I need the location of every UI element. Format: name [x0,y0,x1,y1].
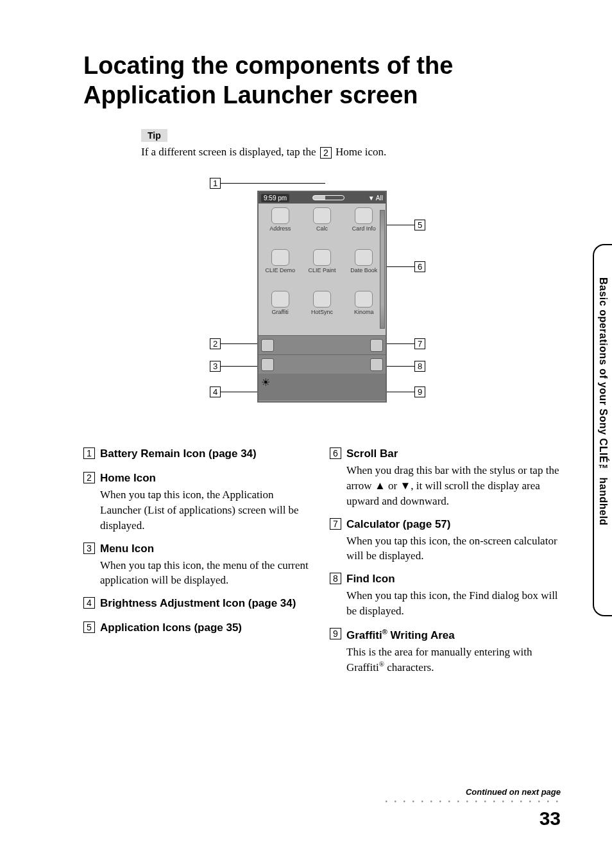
side-tab: Basic operations of your Sony CLIÉ™ hand… [593,244,612,616]
right-column: 6Scroll BarWhen you drag this bar with t… [330,447,561,684]
item-body: When you tap this icon, the menu of the … [100,558,314,589]
item-content: Battery Remain Icon (page 34) [100,447,314,463]
item-number: 3 [83,542,95,589]
tip-section: Tip If a different screen is displayed, … [141,129,561,159]
item-content: Scroll BarWhen you drag this bar with th… [346,447,561,508]
toolbar-row-1 [259,335,386,354]
callout-4: 4 [210,386,257,397]
item-title: Home Icon [100,472,314,485]
item-title: Application Icons (page 35) [100,621,314,634]
item-title: Find Icon [346,573,561,586]
item-title: Brightness Adjustment Icon (page 34) [100,597,314,610]
item-content: Menu IconWhen you tap this icon, the men… [100,542,314,589]
app-icon: HotSync [302,291,342,331]
bottom-bars: ☀ [259,335,386,401]
item-title: Scroll Bar [346,447,561,460]
calculator-icon [370,339,383,352]
find-icon [370,358,383,371]
item-title: Menu Icon [100,542,314,555]
tip-label: Tip [141,129,167,142]
app-grid: Address Calc Card Info CLIE Demo CLIE Pa… [259,204,386,335]
item-number: 5 [83,621,95,637]
item-number: 4 [83,597,95,612]
item-number: 6 [330,447,341,508]
description-item: 4Brightness Adjustment Icon (page 34) [83,597,314,612]
side-tab-text: Basic operations of your Sony CLIÉ™ hand… [597,277,609,526]
menu-icon [261,358,274,371]
status-time: 9:59 pm [261,194,289,202]
app-icon: Kinoma [344,291,384,331]
brightness-icon: ☀ [261,376,269,388]
item-body: This is the area for manually entering w… [346,645,561,675]
description-item: 9Graffiti® Writing AreaThis is the area … [330,628,561,675]
description-columns: 1Battery Remain Icon (page 34)2Home Icon… [83,447,561,684]
item-content: Find IconWhen you tap this icon, the Fin… [346,573,561,619]
status-bar: 9:59 pm ▼ All [259,192,386,204]
item-body: When you tap this icon, the Find dialog … [346,588,561,619]
tip-text-before: If a different screen is displayed, tap … [141,146,319,158]
item-content: Calculator (page 57)When you tap this ic… [346,518,561,564]
item-title: Graffiti® Writing Area [346,628,561,642]
description-item: 2Home IconWhen you tap this icon, the Ap… [83,472,314,533]
description-item: 5Application Icons (page 35) [83,621,314,637]
callout-2: 2 [210,338,257,349]
status-category: ▼ All [368,195,383,202]
item-content: Application Icons (page 35) [100,621,314,637]
item-title: Calculator (page 57) [346,518,561,531]
page-title: Locating the components of the Applicati… [83,51,561,110]
description-item: 8Find IconWhen you tap this icon, the Fi… [330,573,561,619]
battery-icon [312,195,344,200]
description-item: 3Menu IconWhen you tap this icon, the me… [83,542,314,589]
app-icon: CLIE Demo [260,249,300,290]
graffiti-area: ☀ [259,374,386,401]
item-body: When you tap this icon, the on-screen ca… [346,534,561,564]
footer: Continued on next page • • • • • • • • •… [385,787,561,829]
device-screen: 9:59 pm ▼ All Address Calc Card Info CLI… [257,191,387,403]
page-number: 33 [385,808,561,829]
tip-icon-num: 2 [320,147,332,159]
app-icon: Address [260,207,300,248]
item-body: When you drag this bar with the stylus o… [346,463,561,508]
app-icon: Date Book [344,249,384,290]
item-content: Brightness Adjustment Icon (page 34) [100,597,314,612]
callout-8: 8 [387,361,425,372]
item-number: 2 [83,472,95,533]
item-content: Graffiti® Writing AreaThis is the area f… [346,628,561,675]
callout-9: 9 [387,386,425,397]
dots-decoration: • • • • • • • • • • • • • • • • • • • • [385,798,561,805]
item-body: When you tap this icon, the Application … [100,487,314,533]
item-number: 9 [330,628,341,675]
item-content: Home IconWhen you tap this icon, the App… [100,472,314,533]
toolbar-row-2 [259,354,386,374]
app-icon: Graffiti [260,291,300,331]
callout-6: 6 [387,261,425,272]
app-icon: Calc [302,207,342,248]
item-number: 1 [83,447,95,463]
app-icon: CLIE Paint [302,249,342,290]
continued-text: Continued on next page [385,787,561,797]
description-item: 6Scroll BarWhen you drag this bar with t… [330,447,561,508]
item-title: Battery Remain Icon (page 34) [100,447,314,460]
diagram: 9:59 pm ▼ All Address Calc Card Info CLI… [210,178,434,422]
left-column: 1Battery Remain Icon (page 34)2Home Icon… [83,447,314,684]
app-icon: Card Info [344,207,384,248]
callout-3: 3 [210,361,257,372]
description-item: 7Calculator (page 57)When you tap this i… [330,518,561,564]
callout-1: 1 [210,178,325,189]
description-item: 1Battery Remain Icon (page 34) [83,447,314,463]
home-icon [261,339,274,352]
callout-5: 5 [387,220,425,230]
tip-text-after: Home icon. [333,146,387,158]
item-number: 8 [330,573,341,619]
callout-7: 7 [387,338,425,349]
item-number: 7 [330,518,341,564]
tip-text: If a different screen is displayed, tap … [141,146,561,159]
